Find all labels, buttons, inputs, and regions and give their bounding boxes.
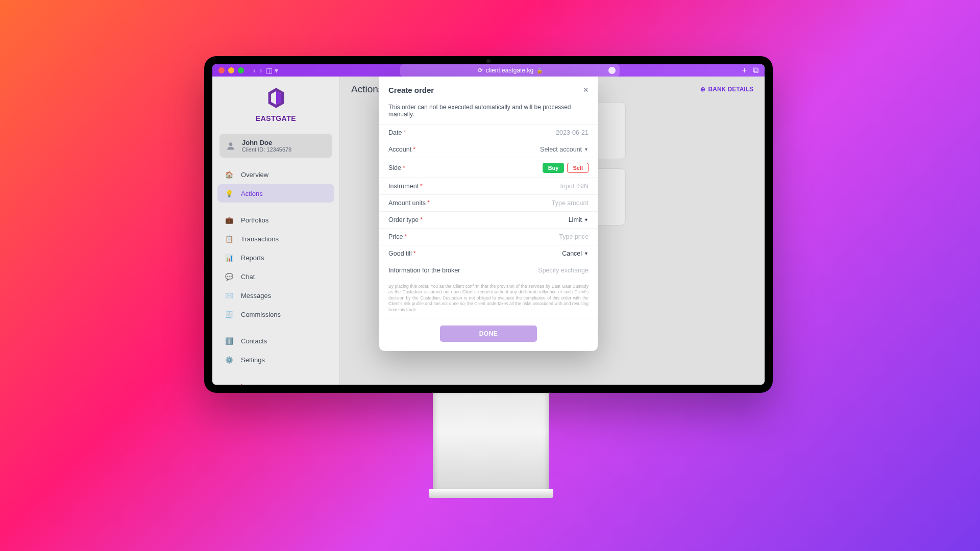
good-till-select[interactable]: Cancel▼: [562, 250, 589, 257]
done-button[interactable]: DONE: [440, 325, 537, 342]
back-button[interactable]: ‹: [253, 66, 256, 74]
create-order-modal: Create order × This order can not be exe…: [379, 77, 598, 351]
field-good-till[interactable]: Good till* Cancel▼: [379, 245, 598, 262]
sell-button[interactable]: Sell: [567, 163, 589, 173]
lock-icon: ⟳: [478, 67, 483, 74]
webcam: [486, 59, 491, 63]
sidebar-toggle-icon[interactable]: ◫ ▾: [266, 66, 278, 74]
url-bar[interactable]: ⟳ client.eastgate.kg 🔒: [400, 64, 620, 77]
new-tab-icon[interactable]: +: [742, 66, 747, 75]
field-order-type[interactable]: Order type* Limit▼: [379, 211, 598, 228]
field-side: Side* Buy Sell: [379, 158, 598, 178]
field-broker-info: Information for the broker: [379, 262, 598, 279]
broker-info-input[interactable]: [517, 267, 589, 274]
instrument-input[interactable]: [517, 183, 589, 190]
modal-note: This order can not be executed automatic…: [379, 101, 598, 124]
tabs-icon[interactable]: ⧉: [753, 66, 758, 75]
modal-overlay[interactable]: Create order × This order can not be exe…: [212, 77, 765, 385]
buy-button[interactable]: Buy: [543, 163, 565, 173]
window-maximize[interactable]: [238, 67, 244, 73]
field-price: Price*: [379, 228, 598, 245]
modal-close-button[interactable]: ×: [583, 85, 589, 95]
amount-input[interactable]: [517, 199, 589, 207]
disclaimer-text: By placing this order, You as the Client…: [379, 279, 598, 318]
window-minimize[interactable]: [228, 67, 234, 73]
field-instrument: Instrument*: [379, 178, 598, 194]
modal-title: Create order: [388, 86, 434, 94]
chevron-down-icon: ▼: [584, 217, 589, 222]
chevron-down-icon: ▼: [584, 251, 589, 256]
browser-toolbar: ‹ › ◫ ▾ ⟳ client.eastgate.kg 🔒 + ⧉: [212, 64, 765, 77]
window-close[interactable]: [218, 67, 225, 73]
lock-icon: 🔒: [536, 68, 543, 73]
price-input[interactable]: [517, 233, 589, 240]
order-type-select[interactable]: Limit▼: [569, 216, 589, 223]
account-select[interactable]: Select account▼: [540, 146, 589, 153]
monitor-stand: [433, 393, 549, 490]
field-date: Date* 2023-06-21: [379, 124, 598, 141]
field-account[interactable]: Account* Select account▼: [379, 141, 598, 158]
forward-button[interactable]: ›: [260, 66, 262, 74]
url-text: client.eastgate.kg: [486, 67, 533, 74]
monitor-base: [429, 489, 553, 498]
chevron-down-icon: ▼: [584, 147, 589, 152]
field-amount: Amount units*: [379, 194, 598, 211]
